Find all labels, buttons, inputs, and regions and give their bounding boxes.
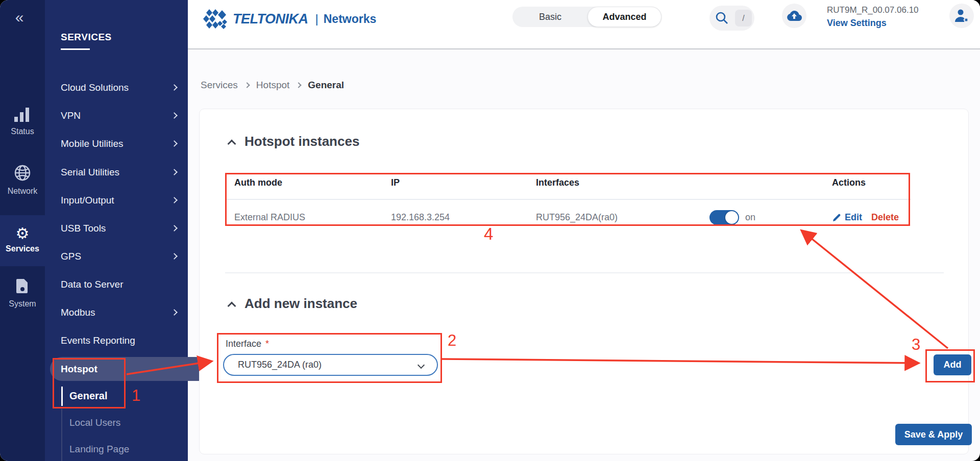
rail-item-network[interactable]: Network [0, 164, 45, 196]
chevron-down-icon [418, 361, 425, 368]
cell-ip: 192.168.3.254 [391, 212, 450, 223]
sidebar-item-label: Events Reporting [61, 335, 135, 346]
chevron-right-icon [296, 82, 302, 88]
col-ip: IP [391, 177, 400, 188]
rms-cloud-button[interactable] [782, 4, 806, 28]
teltonika-logo[interactable]: TELTONIKA | Networks [203, 7, 376, 31]
rail-item-status[interactable]: Status [0, 107, 45, 136]
icon-rail: « Status Network ⚙ [0, 0, 45, 461]
chevron-right-icon [171, 225, 178, 232]
sidebar-item-label: USB Tools [61, 223, 106, 234]
mode-toggle: Basic Advanced [512, 7, 662, 27]
chevron-right-icon [171, 84, 178, 91]
edit-button[interactable]: Edit [832, 212, 862, 223]
sidebar-item-cloud-solutions[interactable]: Cloud Solutions [45, 73, 188, 101]
sidebar-item-label: Cloud Solutions [61, 82, 129, 93]
col-auth-mode: Auth mode [234, 177, 282, 188]
sidebar-section-title: SERVICES [61, 32, 112, 43]
sim-card-icon [15, 278, 30, 294]
sidebar-item-label: Data to Server [61, 279, 124, 290]
pencil-icon [832, 213, 841, 222]
signal-bars-icon [13, 107, 32, 122]
app-window: « Status Network ⚙ [0, 0, 980, 461]
active-submenu-bar [61, 387, 63, 406]
sidebar-item-usb-tools[interactable]: USB Tools [45, 214, 188, 242]
top-header: TELTONIKA | Networks Basic Advanced / RU… [188, 0, 980, 49]
search-button[interactable]: / [709, 6, 754, 31]
interface-selected-value: RUT956_24DA (ra0) [238, 360, 322, 370]
sidebar-subitem-landing-page[interactable]: Landing Page [69, 438, 129, 461]
submenu-guide-line [61, 409, 62, 461]
user-gear-icon [954, 8, 969, 23]
sidebar-subitem-local-users[interactable]: Local Users [69, 411, 120, 434]
gear-icon: ⚙ [16, 225, 30, 242]
rail-item-system[interactable]: System [0, 278, 45, 309]
sidebar-item-label: Mobile Utilities [61, 138, 123, 149]
globe-icon [14, 164, 31, 182]
firmware-version-label: RUT9M_R_00.07.06.10 [827, 5, 919, 15]
breadcrumb-services[interactable]: Services [201, 80, 238, 91]
toggle-state-label: on [745, 212, 755, 223]
sidebar-item-events-reporting[interactable]: Events Reporting [45, 326, 188, 354]
chevron-right-icon [171, 169, 178, 175]
mode-basic-button[interactable]: Basic [512, 7, 588, 27]
section-underline [61, 48, 90, 50]
sidebar-item-label: Hotspot [61, 364, 97, 375]
sidebar-item-label: Landing Page [69, 444, 129, 455]
chevron-right-icon [171, 253, 178, 260]
interface-label-text: Interface [226, 339, 261, 349]
sidebar-item-label: Serial Utilities [61, 167, 119, 178]
collapse-section-icon[interactable] [228, 140, 236, 148]
slash-shortcut-keycap: / [735, 10, 752, 27]
chevron-right-icon [171, 309, 178, 316]
interface-select[interactable]: RUT956_24DA (ra0) [223, 354, 438, 376]
teltonika-mark-icon [203, 7, 230, 31]
services-sidebar: SERVICES Cloud Solutions VPN Mobile Util… [45, 0, 188, 461]
rail-item-label: Network [0, 187, 45, 196]
col-actions: Actions [832, 177, 866, 188]
breadcrumb-hotspot[interactable]: Hotspot [256, 80, 289, 91]
brand-text: TELTONIKA [233, 11, 308, 27]
col-interfaces: Interfaces [536, 177, 579, 188]
sidebar-item-label: VPN [61, 110, 81, 121]
view-settings-link[interactable]: View Settings [827, 18, 919, 29]
toggle-knob [725, 211, 738, 224]
instance-enabled-toggle[interactable] [709, 210, 739, 225]
user-menu-button[interactable] [949, 4, 974, 28]
add-new-instance-title: Add new instance [244, 296, 357, 312]
collapse-sidebar-button[interactable]: « [9, 7, 30, 28]
content-card: Hotspot instances Auth mode IP Interface… [199, 109, 969, 454]
hotspot-instances-title: Hotspot instances [244, 134, 359, 149]
cell-interfaces: RUT956_24DA(ra0) [536, 212, 618, 223]
delete-button[interactable]: Delete [871, 212, 899, 223]
interface-field-label: Interface* [226, 339, 269, 349]
sidebar-item-data-to-server[interactable]: Data to Server [45, 270, 188, 298]
sidebar-item-mobile-utilities[interactable]: Mobile Utilities [45, 130, 188, 158]
section-divider [225, 272, 944, 273]
search-icon [715, 11, 729, 25]
collapse-section-icon[interactable] [228, 302, 236, 311]
edit-label: Edit [845, 212, 862, 223]
sidebar-item-label: Modbus [61, 307, 95, 318]
table-divider [226, 199, 911, 200]
device-info: RUT9M_R_00.07.06.10 View Settings [827, 5, 919, 29]
sidebar-item-gps[interactable]: GPS [45, 242, 188, 270]
rail-item-services[interactable]: ⚙ Services [0, 226, 45, 253]
add-button[interactable]: Add [934, 354, 971, 375]
sidebar-subitem-general[interactable]: General [69, 384, 107, 407]
brand-suffix-text: Networks [324, 12, 377, 26]
sidebar-item-label: General [69, 390, 107, 402]
sidebar-item-modbus[interactable]: Modbus [45, 298, 188, 326]
chevron-right-icon [171, 197, 178, 203]
mode-advanced-button[interactable]: Advanced [587, 7, 662, 27]
sidebar-item-serial-utilities[interactable]: Serial Utilities [45, 158, 188, 186]
chevron-right-icon [171, 140, 178, 147]
sidebar-item-label: GPS [61, 251, 81, 262]
save-apply-button[interactable]: Save & Apply [895, 424, 972, 445]
chevron-right-icon [171, 112, 178, 119]
rail-item-label: Status [0, 127, 45, 136]
brand-divider: | [315, 12, 318, 26]
required-asterisk: * [265, 339, 269, 349]
sidebar-item-input-output[interactable]: Input/Output [45, 186, 188, 214]
sidebar-item-vpn[interactable]: VPN [45, 101, 188, 130]
